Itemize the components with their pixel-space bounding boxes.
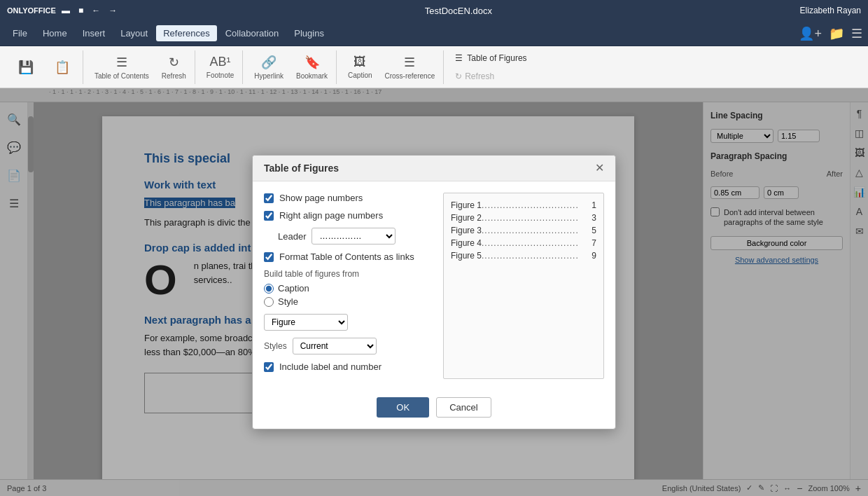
modal-body: Show page numbers Right align page numbe… bbox=[253, 181, 615, 390]
menu-plugins[interactable]: Plugins bbox=[287, 25, 331, 41]
refresh-toc-button[interactable]: ↻ Refresh bbox=[156, 52, 192, 83]
leader-row: Leader …………… -------- ________ (none) bbox=[278, 228, 432, 244]
title-bar-left: ONLYOFFICE ▬ ■ ← → bbox=[7, 6, 117, 15]
bookmark-button[interactable]: 🔖 Bookmark bbox=[290, 52, 333, 83]
right-align-checkbox[interactable] bbox=[264, 211, 274, 221]
toolbar-group-save: 💾 📋 bbox=[6, 50, 83, 84]
hyperlink-button[interactable]: 🔗 Hyperlink bbox=[248, 52, 289, 83]
menu-layout[interactable]: Layout bbox=[113, 25, 155, 41]
tof-label: Table of Figures bbox=[467, 53, 526, 63]
save-icon[interactable]: ■ bbox=[78, 6, 83, 15]
ok-button[interactable]: OK bbox=[377, 397, 429, 418]
figures-preview: Figure 1 ...............................… bbox=[443, 193, 604, 379]
save-button[interactable]: 💾 bbox=[8, 57, 43, 78]
style-radio-label: Style bbox=[278, 296, 298, 307]
main-wrapper: · 1 · 1 · 1 · 1 · 2 · 1 · 3 · 1 · 4 · 1 … bbox=[0, 88, 868, 496]
include-label-checkbox[interactable] bbox=[264, 362, 274, 372]
caption-radio[interactable] bbox=[264, 284, 274, 294]
modal-title-bar: Table of Figures ✕ bbox=[253, 156, 615, 181]
toolbar-group-tof: ☰ Table of Figures ↻ Refresh bbox=[447, 50, 535, 84]
modal-footer: OK Cancel bbox=[253, 390, 615, 429]
include-label-row: Include label and number bbox=[264, 361, 432, 372]
figure-num-1: 1 bbox=[592, 200, 596, 210]
footnote-label: Footnote bbox=[206, 71, 234, 79]
modal-close-button[interactable]: ✕ bbox=[595, 163, 604, 174]
figure-num-4: 7 bbox=[592, 238, 596, 248]
footnote-button[interactable]: AB¹ Footnote bbox=[201, 52, 239, 82]
save-icon: 💾 bbox=[18, 60, 34, 75]
modal-overlay: Table of Figures ✕ Show page numbers Rig… bbox=[0, 88, 868, 496]
bookmark-label: Bookmark bbox=[296, 72, 328, 80]
user-name: Elizabeth Rayan bbox=[800, 6, 861, 15]
show-page-numbers-checkbox[interactable] bbox=[264, 193, 274, 203]
modal-title: Table of Figures bbox=[264, 163, 339, 174]
format-links-checkbox[interactable] bbox=[264, 252, 274, 262]
tof-icon: ☰ bbox=[455, 53, 463, 63]
undo-icon[interactable]: ← bbox=[92, 6, 100, 15]
refresh-right-label: Refresh bbox=[465, 71, 494, 81]
figure-line-3: Figure 3 ...............................… bbox=[451, 226, 596, 235]
table-of-figures-button[interactable]: ☰ Table of Figures bbox=[449, 50, 532, 66]
figure-line-4: Figure 4 ...............................… bbox=[451, 238, 596, 248]
style-radio[interactable] bbox=[264, 297, 274, 307]
figure-line-2: Figure 2 ...............................… bbox=[451, 213, 596, 223]
redo-icon[interactable]: → bbox=[108, 6, 117, 15]
paste-icon: 📋 bbox=[55, 60, 70, 75]
app-logo: ONLYOFFICE bbox=[7, 6, 56, 15]
right-align-row: Right align page numbers bbox=[264, 210, 432, 221]
figure-name-5: Figure 5 bbox=[451, 251, 482, 261]
figure-name-2: Figure 2 bbox=[451, 213, 482, 223]
menu-home[interactable]: Home bbox=[36, 25, 74, 41]
figure-dots-5: ................................ bbox=[482, 251, 592, 261]
include-label-label: Include label and number bbox=[279, 361, 382, 372]
hyperlink-label: Hyperlink bbox=[254, 72, 284, 80]
figure-num-2: 3 bbox=[592, 213, 596, 223]
menu-file[interactable]: File bbox=[6, 25, 34, 41]
figure-dots-3: ................................ bbox=[482, 226, 592, 235]
leader-select[interactable]: …………… -------- ________ (none) bbox=[312, 228, 396, 244]
figure-name-1: Figure 1 bbox=[451, 200, 482, 210]
window-controls[interactable]: ▬ ■ ← → bbox=[62, 6, 117, 15]
title-bar: ONLYOFFICE ▬ ■ ← → TestDocEN.docx Elizab… bbox=[0, 0, 868, 21]
figure-num-5: 9 bbox=[592, 251, 596, 261]
toolbar-group-caption: 🖼 Caption ☰ Cross-reference bbox=[340, 50, 444, 84]
styles-select[interactable]: Current From template bbox=[293, 338, 377, 354]
refresh-right-button[interactable]: ↻ Refresh bbox=[449, 69, 532, 84]
minimize-icon[interactable]: ▬ bbox=[62, 6, 70, 15]
menu-bar: File Home Insert Layout References Colla… bbox=[0, 21, 868, 46]
menu-references[interactable]: References bbox=[156, 25, 216, 41]
user-icon[interactable]: 👤+ bbox=[799, 26, 822, 41]
cross-reference-icon: ☰ bbox=[404, 55, 415, 70]
style-radio-row: Style bbox=[264, 296, 432, 307]
refresh-right-icon: ↻ bbox=[455, 71, 462, 81]
cancel-button[interactable]: Cancel bbox=[436, 397, 491, 418]
build-from-label: Build table of figures from bbox=[264, 269, 432, 279]
caption-button[interactable]: 🖼 Caption bbox=[342, 52, 377, 82]
figure-name-3: Figure 3 bbox=[451, 226, 482, 235]
toc-label: Table of Contents bbox=[94, 72, 149, 80]
figure-dots-1: ................................ bbox=[482, 200, 592, 210]
refresh-icon: ↻ bbox=[169, 55, 179, 70]
toolbar: 💾 📋 ☰ Table of Contents ↻ Refresh AB¹ Fo… bbox=[0, 46, 868, 88]
right-align-label: Right align page numbers bbox=[279, 210, 383, 221]
folder-icon[interactable]: 📁 bbox=[829, 26, 844, 41]
caption-radio-label: Caption bbox=[278, 283, 309, 294]
modal-left: Show page numbers Right align page numbe… bbox=[264, 193, 432, 379]
show-page-numbers-row: Show page numbers bbox=[264, 193, 432, 203]
menu-insert[interactable]: Insert bbox=[76, 25, 113, 41]
menu-collaboration[interactable]: Collaboration bbox=[218, 25, 286, 41]
figure-select[interactable]: Figure Table Equation bbox=[264, 314, 348, 331]
modal-content: Show page numbers Right align page numbe… bbox=[264, 193, 604, 379]
figure-dots-2: ................................ bbox=[482, 213, 592, 223]
figure-dropdown-row: Figure Table Equation bbox=[264, 314, 432, 331]
toolbar-group-footnote: AB¹ Footnote bbox=[198, 50, 243, 84]
cross-reference-label: Cross-reference bbox=[385, 72, 435, 80]
cross-reference-button[interactable]: ☰ Cross-reference bbox=[379, 52, 441, 83]
figure-num-3: 5 bbox=[592, 226, 596, 235]
figure-line-5: Figure 5 ...............................… bbox=[451, 251, 596, 261]
figure-name-4: Figure 4 bbox=[451, 238, 482, 248]
table-of-contents-button[interactable]: ☰ Table of Contents bbox=[89, 52, 155, 83]
hamburger-icon[interactable]: ☰ bbox=[851, 26, 862, 41]
caption-icon: 🖼 bbox=[354, 55, 366, 69]
paste-button[interactable]: 📋 bbox=[45, 57, 80, 78]
